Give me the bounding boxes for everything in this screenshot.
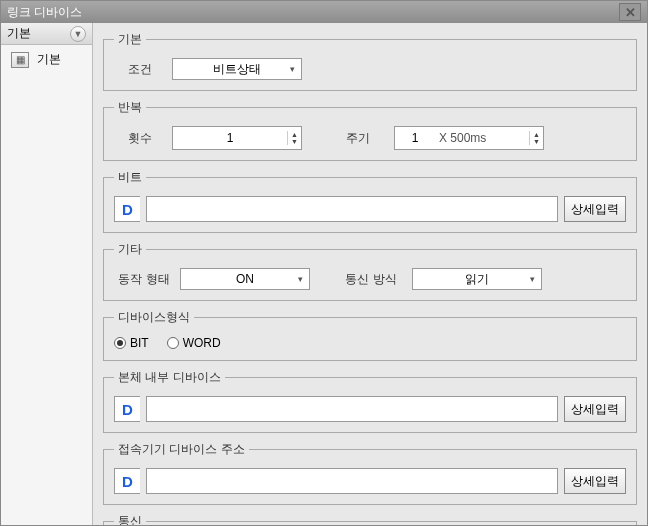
optype-label: 동작 형태	[114, 271, 174, 288]
group-devfmt-legend: 디바이스형식	[114, 309, 194, 326]
chevron-down-icon: ▼	[70, 26, 86, 42]
condition-value: 비트상태	[213, 61, 261, 78]
group-comm-legend: 통신	[114, 513, 146, 525]
condition-select[interactable]: 비트상태 ▾	[172, 58, 302, 80]
window-body: 기본 ▼ ▦ 기본 기본 조건 비트상태 ▾	[1, 23, 647, 525]
group-etc: 기타 동작 형태 ON ▾ 통신 방식 읽기 ▾	[103, 241, 637, 301]
optype-value: ON	[236, 272, 254, 286]
count-spinner[interactable]: 1 ▲ ▼	[172, 126, 302, 150]
group-bit-legend: 비트	[114, 169, 146, 186]
radio-icon	[114, 337, 126, 349]
close-button[interactable]: ✕	[619, 3, 641, 21]
chevron-down-icon: ▾	[530, 274, 535, 284]
spin-down-icon[interactable]: ▼	[530, 138, 543, 145]
group-device-format: 디바이스형식 BIT WORD	[103, 309, 637, 361]
chevron-down-icon: ▾	[290, 64, 295, 74]
group-repeat: 반복 횟수 1 ▲ ▼ 주기 1 X 500ms	[103, 99, 637, 161]
spin-up-icon[interactable]: ▲	[288, 131, 301, 138]
dialog-window: 링크 디바이스 ✕ 기본 ▼ ▦ 기본 기본 조건 비트상태	[0, 0, 648, 526]
sidebar: 기본 ▼ ▦ 기본	[1, 23, 93, 525]
group-internal-device: 본체 내부 디바이스 D 상세입력	[103, 369, 637, 433]
group-comm: 통신 데이터 타입 ▾ 데이터 길이 1 ▲ ▼	[103, 513, 637, 525]
group-basic: 기본 조건 비트상태 ▾	[103, 31, 637, 91]
conn-input[interactable]	[146, 468, 558, 494]
commmode-select[interactable]: 읽기 ▾	[412, 268, 542, 290]
conn-detail-button[interactable]: 상세입력	[564, 468, 626, 494]
sidebar-header-label: 기본	[7, 25, 31, 42]
internal-prefix: D	[114, 396, 140, 422]
sidebar-header[interactable]: 기본 ▼	[1, 23, 92, 45]
main-panel: 기본 조건 비트상태 ▾ 반복 횟수 1 ▲	[93, 23, 647, 525]
optype-select[interactable]: ON ▾	[180, 268, 310, 290]
sidebar-item-basic[interactable]: ▦ 기본	[1, 45, 92, 74]
condition-label: 조건	[114, 61, 166, 78]
spin-up-icon[interactable]: ▲	[530, 131, 543, 138]
group-basic-legend: 기본	[114, 31, 146, 48]
group-connection-device: 접속기기 디바이스 주소 D 상세입력	[103, 441, 637, 505]
close-icon: ✕	[625, 5, 636, 20]
radio-word-label: WORD	[183, 336, 221, 350]
commmode-value: 읽기	[465, 271, 489, 288]
spin-down-icon[interactable]: ▼	[288, 138, 301, 145]
chevron-down-icon: ▾	[298, 274, 303, 284]
period-unit: X 500ms	[435, 131, 529, 145]
group-internal-legend: 본체 내부 디바이스	[114, 369, 225, 386]
radio-bit-label: BIT	[130, 336, 149, 350]
bit-prefix: D	[114, 196, 140, 222]
commmode-label: 통신 방식	[336, 271, 406, 288]
window-title: 링크 디바이스	[7, 4, 619, 21]
group-etc-legend: 기타	[114, 241, 146, 258]
group-bit: 비트 D 상세입력	[103, 169, 637, 233]
count-value: 1	[173, 131, 287, 145]
titlebar: 링크 디바이스 ✕	[1, 1, 647, 23]
bit-input[interactable]	[146, 196, 558, 222]
internal-input[interactable]	[146, 396, 558, 422]
group-conn-legend: 접속기기 디바이스 주소	[114, 441, 249, 458]
radio-bit[interactable]: BIT	[114, 336, 149, 350]
radio-word[interactable]: WORD	[167, 336, 221, 350]
count-label: 횟수	[114, 130, 166, 147]
group-repeat-legend: 반복	[114, 99, 146, 116]
grid-icon: ▦	[11, 52, 29, 68]
period-label: 주기	[328, 130, 388, 147]
period-value: 1	[395, 131, 435, 145]
conn-prefix: D	[114, 468, 140, 494]
radio-icon	[167, 337, 179, 349]
period-spinner[interactable]: 1 X 500ms ▲ ▼	[394, 126, 544, 150]
internal-detail-button[interactable]: 상세입력	[564, 396, 626, 422]
bit-detail-button[interactable]: 상세입력	[564, 196, 626, 222]
sidebar-item-label: 기본	[37, 51, 61, 68]
